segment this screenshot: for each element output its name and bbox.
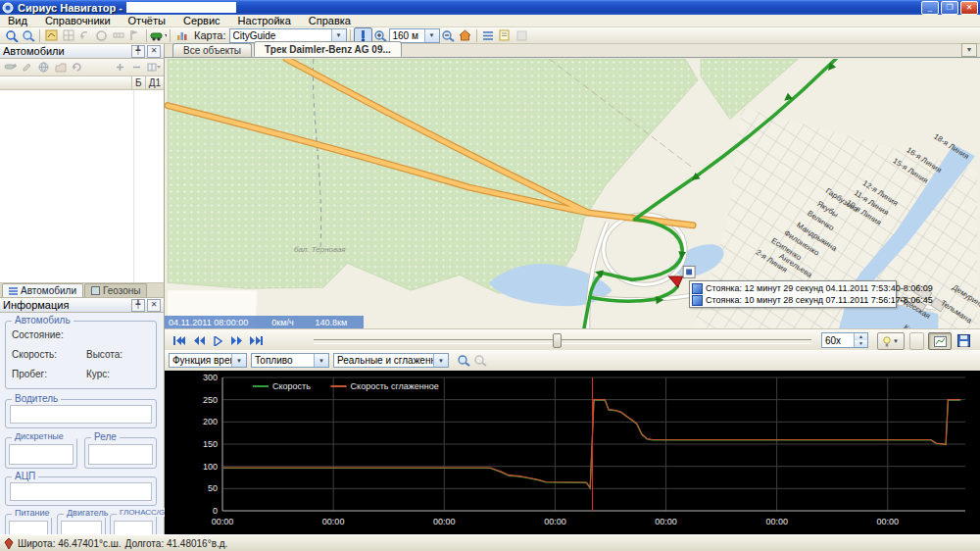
columns-icon[interactable]	[146, 61, 161, 74]
menu-help[interactable]: Справка	[309, 15, 351, 26]
grid-icon[interactable]	[61, 29, 75, 42]
rewind-button[interactable]	[188, 331, 209, 350]
save-button[interactable]	[954, 331, 974, 350]
svg-text:00:00: 00:00	[655, 517, 677, 526]
minimize-button[interactable]: _	[921, 1, 939, 15]
skip-end-button[interactable]	[246, 331, 267, 350]
chevron-down-icon[interactable]: ▼	[314, 354, 328, 367]
map-tooltip: Стоянка: 12 минут 29 секунд 04.11.2011 7…	[689, 280, 897, 308]
tab-menu-button[interactable]: ▼	[961, 43, 977, 57]
track-icon[interactable]	[43, 28, 60, 43]
svg-text:200: 200	[203, 417, 218, 426]
disabled-icon	[514, 29, 529, 42]
tab-all-objects[interactable]: Все объекты	[172, 43, 252, 57]
column-b[interactable]: Б	[131, 76, 145, 89]
svg-text:50: 50	[208, 483, 218, 493]
maximize-button[interactable]: ❐	[941, 1, 958, 15]
area-label: бал. Терновая	[294, 245, 346, 254]
close-button[interactable]: ✕	[960, 1, 978, 15]
pin-icon[interactable]: ╇	[131, 299, 145, 312]
folder-icon[interactable]	[53, 61, 68, 74]
field-mileage: Пробег:	[12, 369, 47, 379]
title-bar: Сириус Навигатор - _ ❐ ✕	[0, 0, 980, 15]
home-icon[interactable]	[457, 28, 473, 43]
menu-reports[interactable]: Отчёты	[128, 15, 166, 26]
parking-marker[interactable]	[683, 266, 695, 277]
status-bar: Широта: 46.47401°с.ш. Долгота: 41.48016°…	[0, 534, 980, 551]
overlay-speed: 0км/ч	[271, 318, 293, 327]
svg-text:250: 250	[203, 395, 218, 405]
fast-forward-button[interactable]	[226, 331, 247, 350]
overlay-distance: 140.8км	[316, 318, 348, 327]
search-icon[interactable]	[20, 28, 36, 43]
edit-vehicle-icon[interactable]	[20, 61, 34, 74]
playback-speed-spinner[interactable]: 60x ▲▼	[821, 332, 868, 348]
chart-icon[interactable]	[173, 28, 190, 43]
chart-canvas: 05010015020025030000:0000:0000:0000:0000…	[165, 371, 980, 534]
vehicles-list-header[interactable]: Б Д1	[0, 76, 164, 90]
plus-icon[interactable]	[113, 61, 127, 74]
column-d1[interactable]: Д1	[145, 76, 164, 89]
zoom-out-icon[interactable]	[440, 28, 457, 43]
svg-text:00:00: 00:00	[544, 517, 566, 526]
refresh-icon[interactable]	[70, 61, 84, 74]
timeline-slider-thumb[interactable]	[553, 333, 562, 348]
locate-icon[interactable]	[3, 28, 20, 43]
vehicles-list[interactable]	[0, 90, 164, 283]
chart-zoom-in-icon[interactable]	[455, 353, 471, 368]
chevron-down-icon[interactable]: ▼	[433, 354, 448, 367]
track-status-overlay: 04.11.2011 08:00:00 0км/ч 140.8км	[165, 316, 364, 328]
tooltip-row: Стоянка: 12 минут 29 секунд 04.11.2011 7…	[692, 283, 894, 294]
minus-icon[interactable]	[129, 61, 144, 74]
menu-service[interactable]: Сервис	[183, 15, 220, 26]
chart-toggle-button[interactable]	[928, 332, 952, 350]
svg-text:00:00: 00:00	[322, 517, 345, 526]
svg-text:00:00: 00:00	[212, 517, 234, 526]
notes-icon[interactable]	[497, 28, 514, 43]
vehicle-dropdown-icon[interactable]	[150, 28, 167, 43]
left-bottom-tabs: Автомобили Геозоны	[0, 283, 164, 298]
chart-mode-select[interactable]: Функция времени▼	[169, 353, 247, 368]
list-icon[interactable]	[480, 28, 497, 43]
undo-icon[interactable]	[77, 29, 92, 42]
play-button[interactable]	[208, 331, 228, 350]
vehicles-toolbar	[0, 59, 164, 76]
menu-view[interactable]: Вид	[8, 15, 27, 26]
spin-up-icon[interactable]: ▲	[855, 333, 867, 340]
close-icon[interactable]: ✕	[147, 45, 161, 58]
menu-directories[interactable]: Справочники	[45, 15, 111, 26]
option-toggle[interactable]	[909, 332, 924, 350]
spin-down-icon[interactable]: ▼	[855, 340, 867, 347]
highlight-split-button[interactable]: ▼	[877, 332, 905, 350]
timeline-slider[interactable]	[314, 339, 811, 344]
chevron-down-icon[interactable]: ▼	[331, 29, 346, 42]
stop-icon[interactable]	[94, 29, 109, 42]
main-toolbar: Карта: CityGuide ▼ 160 м ▼	[0, 27, 980, 44]
close-icon[interactable]: ✕	[147, 299, 161, 312]
chart-zoom-out-icon[interactable]	[471, 353, 488, 368]
add-vehicle-icon[interactable]	[3, 61, 18, 74]
chart-values-select[interactable]: Реальные и сглаженные значен▼	[333, 353, 449, 368]
group-discrete-inputs: Дискретные входы	[5, 437, 77, 469]
speed-chart[interactable]: 05010015020025030000:0000:0000:0000:0000…	[165, 371, 980, 534]
adc-box	[10, 482, 152, 501]
tab-vehicles[interactable]: Автомобили	[2, 283, 83, 297]
skip-start-button[interactable]	[169, 331, 189, 350]
tab-track[interactable]: Трек Daimler-Benz AG 09...	[254, 41, 402, 57]
save-icon	[957, 334, 970, 347]
pin-icon[interactable]: ╇	[131, 45, 145, 58]
chart-parameter-select[interactable]: Топливо▼	[251, 353, 329, 368]
app-icon	[2, 2, 14, 14]
menu-settings[interactable]: Настройка	[238, 15, 291, 26]
chevron-down-icon[interactable]: ▼	[424, 29, 439, 42]
chevron-down-icon[interactable]: ▼	[231, 354, 246, 367]
ruler-icon[interactable]	[111, 29, 125, 42]
flag-icon[interactable]	[127, 29, 142, 42]
vehicles-panel-title: Автомобили	[3, 45, 65, 57]
parking-icon	[692, 283, 703, 294]
tab-geozones[interactable]: Геозоны	[84, 283, 148, 297]
globe-icon[interactable]	[36, 61, 51, 74]
overlay-datetime: 04.11.2011 08:00:00	[169, 318, 248, 327]
svg-text:00:00: 00:00	[765, 517, 788, 526]
status-latitude: Широта: 46.47401°с.ш.	[18, 538, 122, 549]
